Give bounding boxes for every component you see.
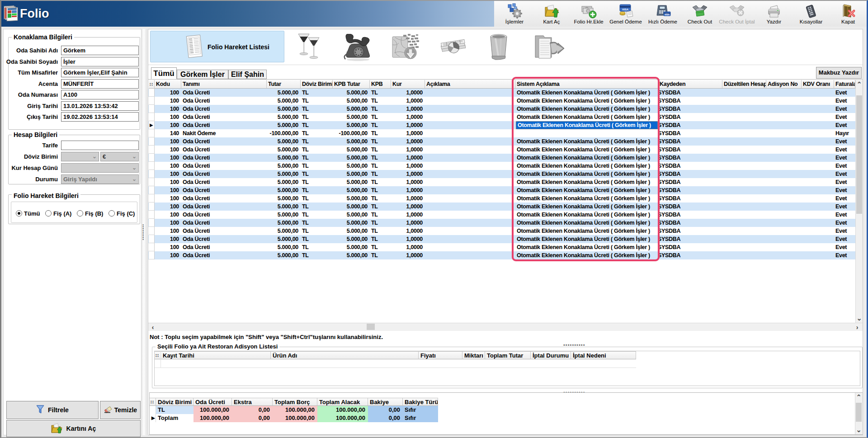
svg-text:VISA: VISA xyxy=(622,8,629,11)
svg-text:VISA: VISA xyxy=(665,14,670,16)
